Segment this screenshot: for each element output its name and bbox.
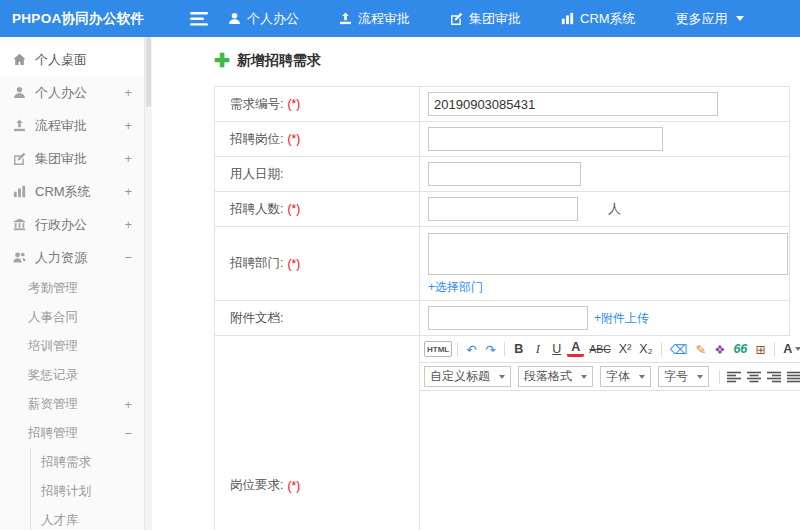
menu-toggle-button[interactable] xyxy=(190,12,208,26)
strikethrough-button[interactable]: ABC xyxy=(586,339,614,359)
sidebar-item-training[interactable]: 培训管理 xyxy=(0,332,144,361)
sidebar-item-desktop[interactable]: 个人桌面 xyxy=(0,43,144,76)
font-size-tool-button[interactable]: A xyxy=(780,339,800,359)
attachment-upload-link[interactable]: +附件上传 xyxy=(594,310,649,327)
upload-icon xyxy=(339,12,352,25)
blockquote-button[interactable]: 66 xyxy=(730,339,750,359)
required-mark: (*) xyxy=(287,202,300,216)
sidebar-item-label: 考勤管理 xyxy=(28,280,78,297)
italic-button[interactable]: I xyxy=(529,339,546,359)
editor-toolbar-row2: 自定义标题 段落格式 字体 xyxy=(420,363,800,391)
expand-toggle[interactable]: + xyxy=(124,217,132,232)
field-label: 招聘人数: (*) xyxy=(215,192,420,226)
sidebar-item-hr[interactable]: 人力资源 − xyxy=(0,241,144,274)
sidebar-item-hr-contract[interactable]: 人事合同 xyxy=(0,303,144,332)
people-icon xyxy=(13,251,26,264)
sidebar-item-recruit-plan[interactable]: 招聘计划 xyxy=(30,477,144,506)
align-justify-button[interactable] xyxy=(785,369,800,385)
bold-button[interactable]: B xyxy=(510,339,527,359)
main-content: ✚ 新增招聘需求 需求编号: (*) 招聘岗位: xyxy=(152,37,800,530)
required-mark: (*) xyxy=(287,132,300,146)
nav-label: CRM系统 xyxy=(580,10,636,28)
sidebar-item-label: 流程审批 xyxy=(35,117,87,135)
caret-down-icon xyxy=(581,375,587,379)
undo-button[interactable]: ↶ xyxy=(463,339,480,359)
expand-toggle[interactable]: + xyxy=(124,184,132,199)
sidebar-item-rewards[interactable]: 奖惩记录 xyxy=(0,361,144,390)
sidebar-item-label: 个人办公 xyxy=(35,84,87,102)
form-row-requirements: 岗位要求: (*) HTML ↶ ↷ B I U xyxy=(215,336,789,530)
subscript-button[interactable]: X₂ xyxy=(636,339,655,359)
field-label: 需求编号: (*) xyxy=(215,87,420,121)
nav-group-approval[interactable]: 集团审批 xyxy=(450,10,521,28)
expand-toggle[interactable]: + xyxy=(124,151,132,166)
eraser-button[interactable]: ⌫ xyxy=(667,339,691,359)
sidebar-item-label: 人事合同 xyxy=(28,309,78,326)
form-row-hire-date: 用人日期: xyxy=(215,157,789,192)
sidebar-item-group-approval[interactable]: 集团审批 + xyxy=(0,142,144,175)
editor-toolbar-row1: HTML ↶ ↷ B I U A ABC X² X₂ xyxy=(420,336,800,363)
sidebar-item-personal-office[interactable]: 个人办公 + xyxy=(0,76,144,109)
collapse-toggle[interactable]: − xyxy=(124,426,132,441)
custom-title-dropdown[interactable]: 自定义标题 xyxy=(424,366,511,387)
required-mark: (*) xyxy=(287,479,300,493)
expand-toggle[interactable]: + xyxy=(124,397,132,412)
align-right-icon xyxy=(767,371,781,383)
expand-toggle[interactable]: + xyxy=(124,85,132,100)
highlight-button[interactable]: ❖ xyxy=(711,339,728,359)
rich-text-editor: HTML ↶ ↷ B I U A ABC X² X₂ xyxy=(420,336,800,530)
user-icon xyxy=(228,12,241,25)
paragraph-format-dropdown[interactable]: 段落格式 xyxy=(518,366,593,387)
expand-toggle[interactable]: + xyxy=(124,118,132,133)
sidebar-item-salary[interactable]: 薪资管理 + xyxy=(0,390,144,419)
headcount-unit: 人 xyxy=(608,200,621,218)
sidebar-item-admin-office[interactable]: 行政办公 + xyxy=(0,208,144,241)
align-left-button[interactable] xyxy=(725,369,743,385)
sidebar-item-label: 个人桌面 xyxy=(35,51,87,69)
sidebar-item-workflow-approval[interactable]: 流程审批 + xyxy=(0,109,144,142)
nav-more-apps[interactable]: 更多应用 xyxy=(676,10,744,28)
sidebar-item-attendance[interactable]: 考勤管理 xyxy=(0,274,144,303)
html-source-button[interactable]: HTML xyxy=(424,341,452,357)
form-row-position: 招聘岗位: (*) xyxy=(215,122,789,157)
sidebar-item-recruit-request[interactable]: 招聘需求 xyxy=(30,448,144,477)
nav-personal-office[interactable]: 个人办公 xyxy=(228,10,299,28)
nav-crm-system[interactable]: CRM系统 xyxy=(561,10,636,28)
sidebar-item-recruitment[interactable]: 招聘管理 − xyxy=(0,419,144,448)
sidebar-scrollbar[interactable] xyxy=(145,37,152,530)
nav-workflow-approval[interactable]: 流程审批 xyxy=(339,10,410,28)
align-right-button[interactable] xyxy=(765,369,783,385)
nav-label: 更多应用 xyxy=(676,10,728,28)
sidebar-item-crm[interactable]: CRM系统 + xyxy=(0,175,144,208)
superscript-button[interactable]: X² xyxy=(616,339,635,359)
collapse-toggle[interactable]: − xyxy=(124,250,132,265)
headcount-input[interactable] xyxy=(428,197,578,221)
format-brush-button[interactable]: ✎ xyxy=(692,339,709,359)
hire-date-input[interactable] xyxy=(428,162,581,186)
redo-button[interactable]: ↷ xyxy=(482,339,499,359)
font-size-dropdown[interactable]: 字号 xyxy=(658,366,709,387)
upload-icon xyxy=(13,119,26,132)
toolbar-divider xyxy=(661,342,662,356)
toolbar-divider xyxy=(504,342,505,356)
scrollbar-thumb[interactable] xyxy=(146,37,151,107)
attachment-input[interactable] xyxy=(428,306,588,330)
app-window: PHPOA协同办公软件 个人办公 流程审批 xyxy=(0,0,800,530)
align-center-button[interactable] xyxy=(745,369,763,385)
font-color-button[interactable]: A xyxy=(567,341,584,357)
hamburger-icon xyxy=(190,12,208,26)
position-input[interactable] xyxy=(428,127,663,151)
insert-table-button[interactable]: ⊞ xyxy=(752,339,769,359)
edit-icon xyxy=(13,152,26,165)
editor-content-area[interactable] xyxy=(420,391,800,530)
select-department-link[interactable]: +选择部门 xyxy=(428,279,483,296)
font-family-dropdown[interactable]: 字体 xyxy=(600,366,651,387)
toolbar-divider xyxy=(457,342,458,356)
required-mark: (*) xyxy=(287,257,300,271)
sidebar-item-talent-pool[interactable]: 人才库 xyxy=(30,506,144,530)
bank-icon xyxy=(13,218,26,231)
sidebar-item-label: 行政办公 xyxy=(35,216,87,234)
department-textarea[interactable] xyxy=(428,233,788,275)
underline-button[interactable]: U xyxy=(548,339,565,359)
request-no-input[interactable] xyxy=(428,92,718,116)
